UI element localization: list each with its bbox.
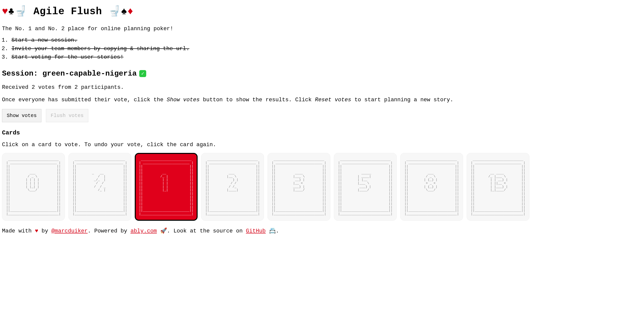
poker-card-5[interactable]: __________________________ | ___________… <box>334 153 397 221</box>
rocket-icon: 🚀 <box>157 228 167 234</box>
poker-card-0[interactable]: __________________________ | ___________… <box>2 153 65 221</box>
card-ascii: __________________________ | ___________… <box>404 158 459 216</box>
toilet-icon: 🚽 <box>14 6 27 17</box>
footer: Made with ♥ by @marcduiker. Powered by a… <box>2 227 642 235</box>
card-ascii: __________________________ | ___________… <box>205 158 260 216</box>
cards-heading: Cards <box>2 129 642 138</box>
session-name: green-capable-nigeria <box>42 69 137 78</box>
poker-card-8[interactable]: __________________________ | ___________… <box>400 153 463 221</box>
spade-icon: ♠ <box>121 6 127 17</box>
heart-icon: ♥ <box>2 6 8 17</box>
step-item: Start a new session. <box>12 36 642 44</box>
card-ascii: __________________________ | ___________… <box>6 158 61 216</box>
step-item: Start voting for the user stories! <box>12 54 642 61</box>
ably-link[interactable]: ably.com <box>130 228 157 234</box>
flush-votes-button: Flush votes <box>46 109 88 122</box>
show-votes-button[interactable]: Show votes <box>2 109 42 122</box>
tagline: The No. 1 and No. 2 place for online pla… <box>2 25 642 33</box>
poker-card-2[interactable]: __________________________ | ___________… <box>201 153 264 221</box>
author-link[interactable]: @marcduiker <box>52 228 88 234</box>
poker-card-13[interactable]: __________________________ | ___________… <box>466 153 530 221</box>
card-ascii: __________________________ | ___________… <box>272 158 326 216</box>
toilet-icon: 🚽 <box>108 6 121 17</box>
step-item: Invite your team members by copying & sh… <box>12 45 642 53</box>
github-link[interactable]: GitHub <box>246 228 266 234</box>
poker-card-1[interactable]: __________________________ | ___________… <box>135 153 198 221</box>
poker-card-1-2[interactable]: __________________________ | ___________… <box>68 153 131 221</box>
club-icon: ♣ <box>8 6 14 17</box>
session-prefix: Session: <box>2 69 42 78</box>
app-title-text: Agile Flush <box>34 6 102 17</box>
session-connected-icon: ✓ <box>139 70 146 77</box>
diamond-icon: ♦ <box>127 6 134 17</box>
app-title: ♥♣🚽 Agile Flush 🚽♠♦ <box>2 4 642 19</box>
session-heading: Session: green-capable-nigeria ✓ <box>2 68 642 79</box>
box-icon: 📇 <box>266 228 276 234</box>
votes-received: Received 2 votes from 2 participants. <box>2 84 642 92</box>
heart-icon: ♥ <box>35 228 38 234</box>
poker-card-3[interactable]: __________________________ | ___________… <box>268 153 330 221</box>
card-ascii: __________________________ | ___________… <box>72 158 127 216</box>
card-ascii: __________________________ | ___________… <box>338 158 392 216</box>
instructions: Once everyone has submitted their vote, … <box>2 96 642 104</box>
cards-row: __________________________ | ___________… <box>2 153 642 221</box>
cards-hint: Click on a card to vote. To undo your vo… <box>2 141 642 149</box>
steps-list: Start a new session. Invite your team me… <box>2 36 642 61</box>
card-ascii: __________________________ | ___________… <box>139 158 193 216</box>
card-ascii: __________________________ | ___________… <box>471 158 525 216</box>
